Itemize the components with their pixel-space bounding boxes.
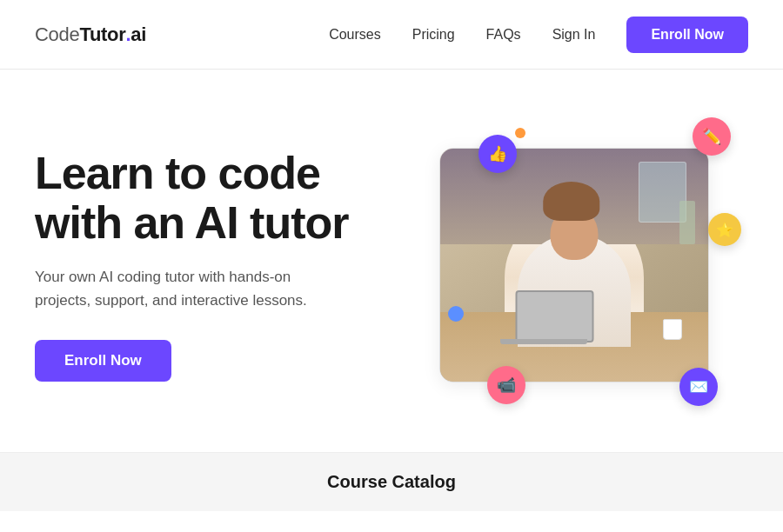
star-icon <box>708 213 741 246</box>
logo-ai: ai <box>130 23 146 45</box>
hero-section: Learn to code with an AI tutor Your own … <box>0 70 783 452</box>
nav-signin[interactable]: Sign In <box>552 27 596 43</box>
enroll-now-hero-button[interactable]: Enroll Now <box>35 340 171 382</box>
course-catalog-title: Course Catalog <box>35 472 748 492</box>
pencil-icon <box>693 117 731 156</box>
hero-right <box>400 109 748 422</box>
blue-dot-icon <box>448 306 464 322</box>
hero-photo <box>440 149 708 382</box>
nav-pricing[interactable]: Pricing <box>412 27 455 43</box>
orange-dot <box>515 128 525 138</box>
logo-tutor: Tutor <box>79 23 125 45</box>
video-icon <box>487 366 525 404</box>
header: CodeTutor.ai Courses Pricing FAQs Sign I… <box>0 0 783 70</box>
logo-code: Code <box>35 23 79 45</box>
thumbs-up-icon <box>478 135 517 173</box>
hero-left: Learn to code with an AI tutor Your own … <box>35 149 400 382</box>
hero-subtitle: Your own AI coding tutor with hands-on p… <box>35 265 348 312</box>
course-catalog-bar: Course Catalog <box>0 452 783 511</box>
logo: CodeTutor.ai <box>35 23 146 46</box>
hero-title: Learn to code with an AI tutor <box>35 149 383 248</box>
nav: Courses Pricing FAQs Sign In Enroll Now <box>329 17 748 53</box>
nav-courses[interactable]: Courses <box>329 27 381 43</box>
nav-faqs[interactable]: FAQs <box>486 27 521 43</box>
hero-image <box>439 148 709 382</box>
mail-icon <box>679 368 718 406</box>
enroll-now-header-button[interactable]: Enroll Now <box>626 17 748 53</box>
hero-image-card <box>439 148 709 382</box>
